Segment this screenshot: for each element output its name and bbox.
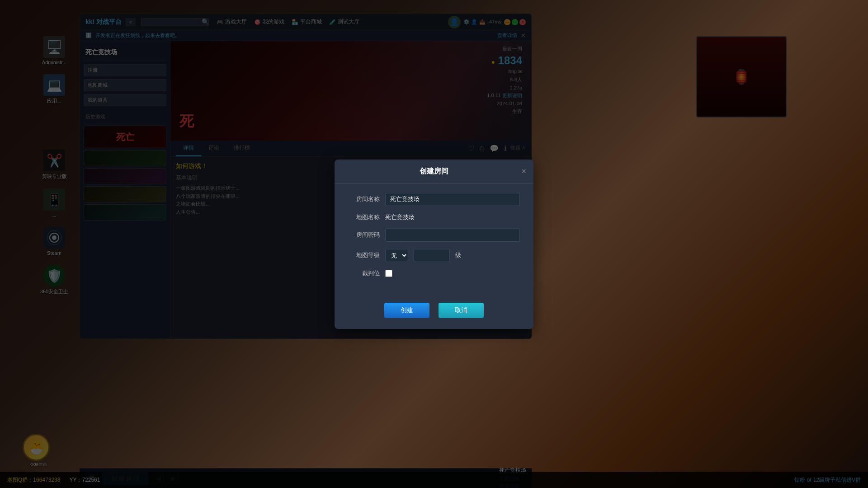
- map-name-label: 地图名称: [348, 213, 380, 221]
- dialog-footer: 创建 取消: [335, 294, 533, 329]
- room-name-label: 房间名称: [348, 195, 380, 203]
- map-level-input[interactable]: [414, 249, 450, 262]
- dialog-close-button[interactable]: ×: [521, 167, 526, 176]
- dialog-body: 房间名称 地图名称 死亡竞技场 房间密码 地图等级 无 级: [335, 184, 533, 294]
- map-level-label: 地图等级: [348, 251, 380, 259]
- referee-checkbox[interactable]: [385, 270, 392, 277]
- form-row-password: 房间密码: [348, 229, 520, 242]
- dialog-title: 创建房间: [420, 167, 448, 176]
- modal-overlay: 创建房间 × 房间名称 地图名称 死亡竞技场 房间密码 地图等级: [0, 0, 868, 488]
- map-level-select[interactable]: 无: [385, 249, 408, 262]
- map-level-unit: 级: [455, 251, 461, 259]
- form-row-room-name: 房间名称: [348, 193, 520, 206]
- form-row-referee: 裁判位: [348, 269, 520, 277]
- password-input[interactable]: [385, 229, 520, 242]
- map-name-value: 死亡竞技场: [385, 213, 415, 221]
- cancel-dialog-button[interactable]: 取消: [439, 303, 484, 318]
- form-row-map-name: 地图名称 死亡竞技场: [348, 213, 520, 221]
- dialog-header: 创建房间 ×: [335, 160, 533, 184]
- form-row-map-level: 地图等级 无 级: [348, 249, 520, 262]
- create-room-dialog: 创建房间 × 房间名称 地图名称 死亡竞技场 房间密码 地图等级: [335, 160, 533, 329]
- referee-label: 裁判位: [348, 269, 380, 277]
- password-label: 房间密码: [348, 231, 380, 239]
- confirm-create-button[interactable]: 创建: [384, 303, 429, 318]
- room-name-input[interactable]: [385, 193, 520, 206]
